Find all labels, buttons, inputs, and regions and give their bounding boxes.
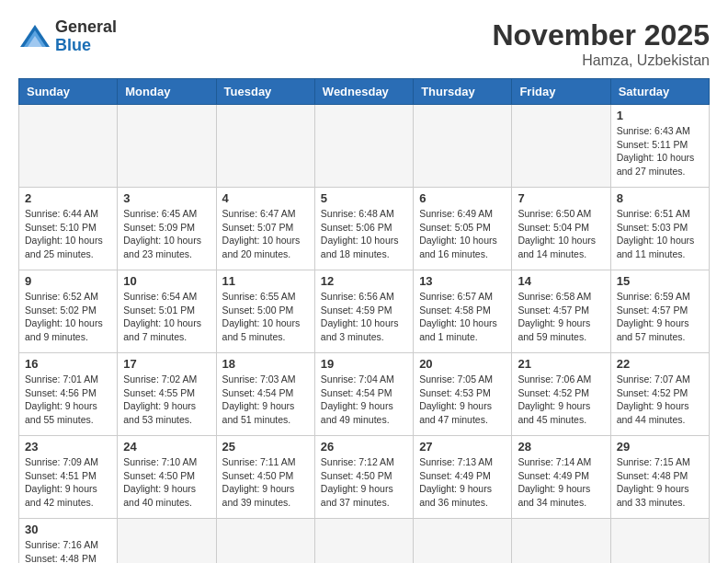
weekday-header-tuesday: Tuesday <box>216 79 314 105</box>
calendar-cell: 13Sunrise: 6:57 AM Sunset: 4:58 PM Dayli… <box>414 270 512 353</box>
day-number: 11 <box>222 274 309 288</box>
calendar-cell: 7Sunrise: 6:50 AM Sunset: 5:04 PM Daylig… <box>512 188 610 270</box>
day-number: 7 <box>518 191 604 205</box>
weekday-header-sunday: Sunday <box>19 79 118 105</box>
day-number: 10 <box>123 274 210 288</box>
calendar-cell: 19Sunrise: 7:04 AM Sunset: 4:54 PM Dayli… <box>314 353 413 436</box>
day-number: 9 <box>25 274 111 288</box>
logo-text: General Blue <box>55 18 117 55</box>
day-info: Sunrise: 6:55 AM Sunset: 5:00 PM Dayligh… <box>222 290 309 344</box>
day-info: Sunrise: 7:05 AM Sunset: 4:53 PM Dayligh… <box>419 373 506 427</box>
calendar-week-row: 9Sunrise: 6:52 AM Sunset: 5:02 PM Daylig… <box>19 270 710 353</box>
day-info: Sunrise: 6:45 AM Sunset: 5:09 PM Dayligh… <box>123 207 210 261</box>
calendar-cell <box>216 105 314 188</box>
calendar-cell <box>216 519 314 564</box>
calendar-cell <box>19 105 118 188</box>
day-info: Sunrise: 7:04 AM Sunset: 4:54 PM Dayligh… <box>321 373 407 427</box>
day-number: 14 <box>518 274 604 288</box>
day-info: Sunrise: 7:14 AM Sunset: 4:49 PM Dayligh… <box>518 455 604 510</box>
location-title: Hamza, Uzbekistan <box>492 52 710 69</box>
day-number: 4 <box>222 191 309 205</box>
weekday-header-monday: Monday <box>118 79 216 105</box>
logo-blue-text: Blue <box>55 36 91 54</box>
day-info: Sunrise: 7:02 AM Sunset: 4:55 PM Dayligh… <box>123 373 210 427</box>
calendar-cell: 11Sunrise: 6:55 AM Sunset: 5:00 PM Dayli… <box>216 270 314 353</box>
day-info: Sunrise: 6:59 AM Sunset: 4:57 PM Dayligh… <box>617 290 703 344</box>
logo-general-text: General <box>55 17 117 36</box>
day-number: 3 <box>123 191 210 205</box>
weekday-header-wednesday: Wednesday <box>314 79 413 105</box>
day-number: 28 <box>518 440 604 454</box>
day-info: Sunrise: 7:09 AM Sunset: 4:51 PM Dayligh… <box>25 455 111 510</box>
weekday-header-friday: Friday <box>512 79 610 105</box>
day-info: Sunrise: 7:16 AM Sunset: 4:48 PM Dayligh… <box>25 538 111 563</box>
day-number: 16 <box>25 357 111 371</box>
day-number: 21 <box>518 357 604 371</box>
weekday-header-saturday: Saturday <box>610 79 709 105</box>
day-info: Sunrise: 6:44 AM Sunset: 5:10 PM Dayligh… <box>25 207 111 261</box>
day-info: Sunrise: 6:52 AM Sunset: 5:02 PM Dayligh… <box>25 290 111 344</box>
calendar-cell: 24Sunrise: 7:10 AM Sunset: 4:50 PM Dayli… <box>118 436 216 519</box>
day-info: Sunrise: 7:01 AM Sunset: 4:56 PM Dayligh… <box>25 373 111 427</box>
day-number: 1 <box>617 109 703 122</box>
day-number: 25 <box>222 440 309 454</box>
day-number: 17 <box>123 357 210 371</box>
calendar-cell: 27Sunrise: 7:13 AM Sunset: 4:49 PM Dayli… <box>414 436 512 519</box>
day-info: Sunrise: 7:10 AM Sunset: 4:50 PM Dayligh… <box>123 455 210 510</box>
calendar-cell <box>118 105 216 188</box>
day-info: Sunrise: 7:07 AM Sunset: 4:52 PM Dayligh… <box>617 373 703 427</box>
day-number: 23 <box>25 440 111 454</box>
day-number: 20 <box>419 357 506 371</box>
day-info: Sunrise: 7:06 AM Sunset: 4:52 PM Dayligh… <box>518 373 604 427</box>
calendar-header-row: SundayMondayTuesdayWednesdayThursdayFrid… <box>19 79 710 105</box>
calendar-cell: 18Sunrise: 7:03 AM Sunset: 4:54 PM Dayli… <box>216 353 314 436</box>
day-info: Sunrise: 7:13 AM Sunset: 4:49 PM Dayligh… <box>419 455 506 510</box>
calendar-cell: 3Sunrise: 6:45 AM Sunset: 5:09 PM Daylig… <box>118 188 216 270</box>
calendar-cell: 29Sunrise: 7:15 AM Sunset: 4:48 PM Dayli… <box>610 436 709 519</box>
day-info: Sunrise: 6:43 AM Sunset: 5:11 PM Dayligh… <box>617 124 703 178</box>
calendar-cell: 2Sunrise: 6:44 AM Sunset: 5:10 PM Daylig… <box>19 188 118 270</box>
page-header: General Blue November 2025 Hamza, Uzbeki… <box>18 18 710 69</box>
logo-icon <box>18 23 51 51</box>
day-info: Sunrise: 6:56 AM Sunset: 4:59 PM Dayligh… <box>321 290 407 344</box>
calendar-cell: 17Sunrise: 7:02 AM Sunset: 4:55 PM Dayli… <box>118 353 216 436</box>
day-number: 2 <box>25 191 111 205</box>
calendar-cell: 25Sunrise: 7:11 AM Sunset: 4:50 PM Dayli… <box>216 436 314 519</box>
day-number: 15 <box>617 274 703 288</box>
calendar-table: SundayMondayTuesdayWednesdayThursdayFrid… <box>18 78 710 563</box>
calendar-cell <box>512 105 610 188</box>
calendar-cell <box>314 519 413 564</box>
calendar-cell <box>414 105 512 188</box>
calendar-cell: 4Sunrise: 6:47 AM Sunset: 5:07 PM Daylig… <box>216 188 314 270</box>
day-number: 30 <box>25 523 111 536</box>
calendar-cell: 1Sunrise: 6:43 AM Sunset: 5:11 PM Daylig… <box>610 105 709 188</box>
calendar-cell: 30Sunrise: 7:16 AM Sunset: 4:48 PM Dayli… <box>19 519 118 564</box>
calendar-week-row: 23Sunrise: 7:09 AM Sunset: 4:51 PM Dayli… <box>19 436 710 519</box>
calendar-cell <box>414 519 512 564</box>
day-info: Sunrise: 6:47 AM Sunset: 5:07 PM Dayligh… <box>222 207 309 261</box>
calendar-cell: 8Sunrise: 6:51 AM Sunset: 5:03 PM Daylig… <box>610 188 709 270</box>
day-info: Sunrise: 6:51 AM Sunset: 5:03 PM Dayligh… <box>617 207 703 261</box>
calendar-cell: 5Sunrise: 6:48 AM Sunset: 5:06 PM Daylig… <box>314 188 413 270</box>
logo: General Blue <box>18 18 117 55</box>
day-info: Sunrise: 7:15 AM Sunset: 4:48 PM Dayligh… <box>617 455 703 510</box>
calendar-cell: 12Sunrise: 6:56 AM Sunset: 4:59 PM Dayli… <box>314 270 413 353</box>
day-number: 18 <box>222 357 309 371</box>
day-info: Sunrise: 7:11 AM Sunset: 4:50 PM Dayligh… <box>222 455 309 510</box>
day-number: 6 <box>419 191 506 205</box>
calendar-cell: 21Sunrise: 7:06 AM Sunset: 4:52 PM Dayli… <box>512 353 610 436</box>
calendar-cell <box>512 519 610 564</box>
calendar-cell: 14Sunrise: 6:58 AM Sunset: 4:57 PM Dayli… <box>512 270 610 353</box>
day-number: 22 <box>617 357 703 371</box>
calendar-cell: 26Sunrise: 7:12 AM Sunset: 4:50 PM Dayli… <box>314 436 413 519</box>
day-info: Sunrise: 6:48 AM Sunset: 5:06 PM Dayligh… <box>321 207 407 261</box>
month-title: November 2025 <box>492 18 710 52</box>
day-number: 26 <box>321 440 407 454</box>
day-number: 8 <box>617 191 703 205</box>
day-info: Sunrise: 6:57 AM Sunset: 4:58 PM Dayligh… <box>419 290 506 344</box>
day-info: Sunrise: 6:49 AM Sunset: 5:05 PM Dayligh… <box>419 207 506 261</box>
day-number: 12 <box>321 274 407 288</box>
calendar-cell: 23Sunrise: 7:09 AM Sunset: 4:51 PM Dayli… <box>19 436 118 519</box>
day-info: Sunrise: 6:54 AM Sunset: 5:01 PM Dayligh… <box>123 290 210 344</box>
day-number: 24 <box>123 440 210 454</box>
